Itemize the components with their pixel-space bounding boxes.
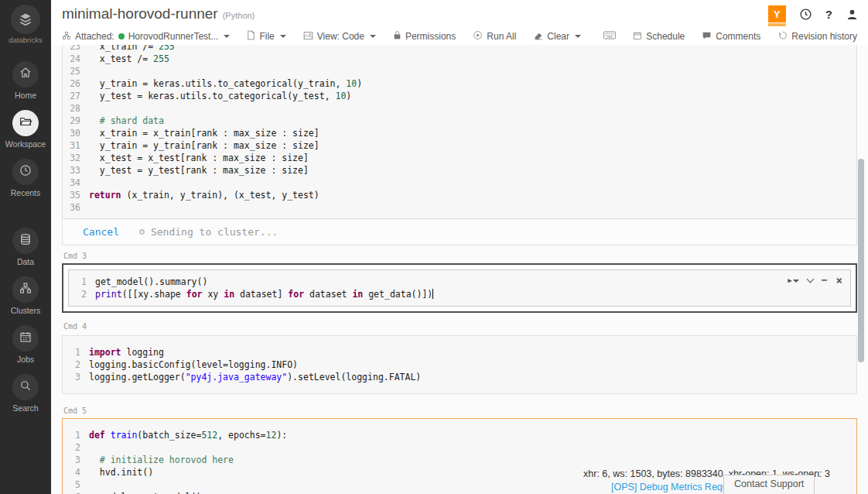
code-line[interactable]: 3 # initialize horovod here — [63, 454, 856, 466]
code-line[interactable]: 31 y_train = y_train[rank : max_size : s… — [63, 139, 856, 152]
sidebar-item-clusters[interactable]: Clusters — [11, 276, 41, 315]
code-line[interactable]: 1def train(batch_size=512, epochs=12): — [63, 429, 856, 441]
code-line[interactable]: 36 — [63, 201, 856, 214]
notebook-language: (Python) — [223, 8, 255, 20]
code-line[interactable]: 24 x_test /= 255 — [63, 53, 856, 65]
notebook-toolbar: Attached: HorovodRunnerTest... File View… — [51, 28, 868, 45]
contact-support-button[interactable]: Contact Support — [723, 475, 815, 494]
sidebar-nav: Home Workspace Recents Data Clusters Job — [0, 61, 51, 423]
code-editor[interactable]: 1get_model().summary()2print([[xy.shape … — [69, 276, 850, 300]
code-line[interactable]: 34 — [63, 177, 856, 189]
line-number: 31 — [63, 139, 89, 152]
databricks-logo-label: databricks — [9, 36, 42, 44]
code-cell-logging[interactable]: 1import logging2logging.basicConfig(leve… — [62, 335, 857, 394]
line-number: 32 — [63, 152, 89, 164]
cancel-button[interactable]: Cancel — [83, 226, 119, 238]
cell-run-button[interactable]: ▶ — [788, 274, 798, 286]
comment-bubble-icon — [702, 31, 712, 43]
text-cursor — [432, 289, 433, 299]
run-all-play-icon — [473, 30, 483, 43]
code-line[interactable]: 30 x_train = x_train[rank : max_size : s… — [63, 127, 856, 139]
code-cell-running[interactable]: 23 x_train /= 25524 x_test /= 25525 26 y… — [62, 45, 857, 245]
eraser-icon — [533, 31, 543, 43]
chevron-down-icon — [575, 35, 581, 38]
permissions-button[interactable]: Permissions — [393, 30, 456, 43]
line-number: 6 — [63, 491, 89, 494]
sidebar-item-data[interactable]: Data — [12, 228, 39, 266]
view-image-icon — [303, 31, 313, 43]
line-number: 2 — [63, 441, 89, 454]
code-line[interactable]: 23 x_train /= 255 — [63, 45, 856, 53]
line-number: 23 — [63, 45, 89, 53]
line-number: 1 — [63, 429, 89, 441]
cmd-label-4: Cmd 4 — [62, 322, 857, 331]
scrollbar-thumb[interactable] — [858, 159, 864, 362]
line-number: 29 — [63, 115, 89, 127]
line-number: 27 — [63, 90, 89, 102]
code-line[interactable]: 29 # shard data — [63, 115, 856, 127]
comments-button[interactable]: Comments — [702, 31, 760, 43]
code-line[interactable]: 1import logging — [63, 346, 856, 358]
code-line[interactable]: 25 — [63, 65, 856, 77]
line-number: 1 — [63, 346, 89, 358]
help-icon[interactable]: ? — [825, 8, 832, 21]
code-line[interactable]: 2logging.basicConfig(level=logging.INFO) — [63, 358, 856, 371]
cell-collapse-icon[interactable] — [806, 275, 814, 283]
code-line[interactable]: 26 y_train = keras.utils.to_categorical(… — [63, 77, 856, 90]
scrollbar-track[interactable] — [857, 0, 868, 494]
workspace-folder-icon — [19, 115, 32, 132]
cell-close-button[interactable]: × — [836, 274, 842, 286]
code-line[interactable]: 28 — [63, 102, 856, 115]
line-number: 3 — [63, 454, 89, 466]
notebook-scroll-area[interactable]: 23 x_train /= 25524 x_test /= 25525 26 y… — [51, 45, 868, 494]
line-number: 34 — [63, 177, 89, 189]
page-title: minimal-horovod-runner — [62, 5, 218, 22]
code-line[interactable]: 2 — [63, 441, 856, 454]
revision-history-button[interactable]: Revision history — [777, 30, 857, 43]
line-number: 1 — [69, 276, 95, 288]
cell-running-footer: Cancel Sending to cluster... — [63, 218, 856, 245]
code-line[interactable]: 33 y_test = y_test[rank : max_size : siz… — [63, 164, 856, 177]
databricks-logo[interactable]: databricks — [9, 5, 42, 44]
recents-clock-icon — [19, 163, 32, 180]
header-icons: Y ? — [768, 5, 859, 22]
clock-status-icon[interactable] — [799, 8, 812, 21]
search-icon — [19, 379, 32, 396]
line-number: 26 — [63, 77, 89, 90]
code-line[interactable]: 27 y_test = keras.utils.to_categorical(y… — [63, 90, 856, 102]
file-menu[interactable]: File — [247, 30, 285, 43]
code-editor[interactable]: 23 x_train /= 25524 x_test /= 25525 26 y… — [63, 45, 856, 214]
cell-minimize-button[interactable]: − — [822, 274, 828, 286]
line-number: 35 — [63, 189, 89, 201]
shortcuts-button[interactable] — [603, 31, 616, 42]
file-doc-icon — [247, 30, 255, 43]
code-editor[interactable]: 1import logging2logging.basicConfig(leve… — [63, 346, 856, 383]
schedule-button[interactable]: Schedule — [633, 31, 685, 43]
code-line[interactable]: 1get_model().summary() — [69, 276, 850, 288]
cell-toolbar: ▶ − × — [788, 274, 842, 286]
main-area: minimal-horovod-runner (Python) Y ? Atta… — [51, 0, 868, 494]
code-cell-selected[interactable]: 1get_model().summary()2print([[xy.shape … — [62, 263, 857, 313]
sidebar-item-jobs[interactable]: Jobs — [12, 325, 39, 364]
sidebar-item-recents[interactable]: Recents — [11, 159, 41, 197]
line-number: 33 — [63, 164, 89, 177]
code-line[interactable]: 2print([[xy.shape for xy in dataset] for… — [69, 288, 850, 300]
toolbar-right: Schedule Comments Revision history — [603, 30, 857, 43]
run-all-button[interactable]: Run All — [473, 30, 516, 43]
sidebar-item-workspace[interactable]: Workspace — [5, 110, 46, 149]
clusters-tree-icon — [19, 281, 32, 298]
workspace-account-badge[interactable]: Y — [768, 5, 786, 22]
attached-cluster-dropdown[interactable]: Attached: HorovodRunnerTest... — [62, 31, 230, 43]
code-line[interactable]: 35return (x_train, y_train), (x_test, y_… — [63, 189, 856, 201]
sidebar-item-home[interactable]: Home — [12, 61, 39, 100]
code-line[interactable]: 32 x_test = x_test[rank : max_size : siz… — [63, 152, 856, 164]
line-number: 5 — [63, 479, 89, 491]
view-menu[interactable]: View: Code — [303, 31, 376, 43]
cell-status-text: Sending to cluster... — [151, 226, 278, 238]
sidebar-item-search[interactable]: Search — [12, 374, 39, 413]
line-number: 28 — [63, 102, 89, 115]
chevron-down-icon — [280, 35, 286, 38]
ops-debug-metrics-link[interactable]: [OPS] Debug Metrics Requ — [611, 482, 728, 492]
code-line[interactable]: 3logging.getLogger("py4j.java_gateway").… — [63, 371, 856, 383]
clear-menu[interactable]: Clear — [533, 31, 581, 43]
